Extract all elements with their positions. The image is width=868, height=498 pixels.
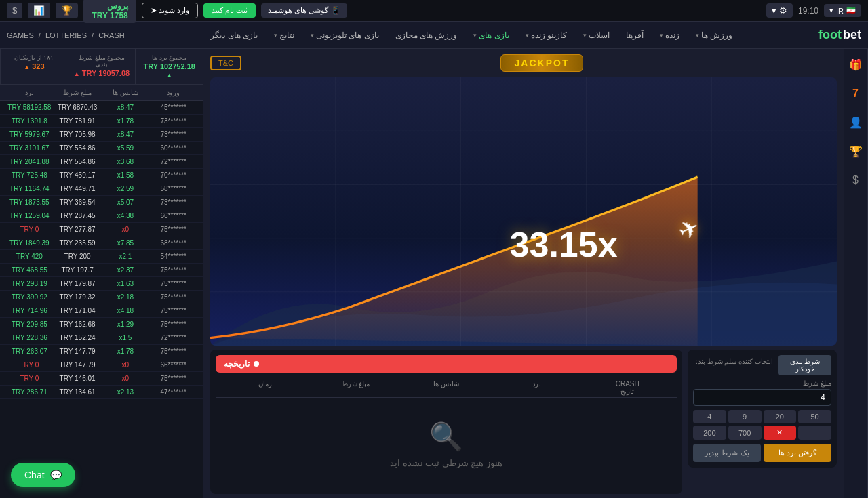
side-dollar-icon[interactable]: $ bbox=[850, 171, 861, 189]
cell-bet: TRY 6870.43 bbox=[54, 104, 102, 111]
chevron-down-icon: ▾ bbox=[772, 5, 776, 16]
app-label: گوشی های هوشمند bbox=[268, 6, 328, 15]
preset-4[interactable]: 4 bbox=[693, 410, 726, 423]
col-date: تاریخ bbox=[582, 388, 673, 395]
cell-win: TRY 209.85 bbox=[5, 320, 54, 328]
trophy-button[interactable]: 🏆 bbox=[56, 3, 78, 18]
table-row: *******60 x5.59 TRY 554.86 TRY 3101.67 bbox=[0, 142, 203, 155]
nav-other-games[interactable]: بازی های دیگر bbox=[203, 26, 264, 44]
bet-section-header: شرط بندی خودکار انتخاب کننده سلم شرط بند… bbox=[693, 355, 831, 375]
cell-user: *******68 bbox=[149, 239, 197, 247]
game-area: JACKPOT T&C bbox=[203, 49, 844, 498]
preset-200[interactable]: 200 bbox=[693, 426, 726, 440]
side-gift-icon[interactable]: 🎁 bbox=[846, 56, 865, 74]
app-button[interactable]: 📱 گوشی های هوشمند bbox=[261, 3, 347, 18]
breadcrumb-games[interactable]: GAMES bbox=[7, 31, 34, 39]
table-row: *******75 x1.78 TRY 147.79 TRY 263.07 bbox=[0, 345, 203, 358]
register-button[interactable]: ثبت نام کنید bbox=[203, 3, 256, 18]
amount-input[interactable] bbox=[693, 389, 831, 406]
cell-bet: TRY 449.71 bbox=[54, 185, 102, 192]
auto-bet-toggle[interactable]: شرط بندی خودکار bbox=[778, 355, 831, 375]
history-panel: تاریخچه CRASH برد شانس ها مبلغ شرط زمان … bbox=[210, 350, 682, 494]
dollar-button[interactable]: $ bbox=[7, 3, 22, 18]
cell-user: *******75 bbox=[149, 320, 197, 328]
chevron-down-icon: ▾ bbox=[311, 32, 314, 39]
top-bar-right: 📱 گوشی های هوشمند ثبت نام کنید وارد شوید… bbox=[7, 0, 347, 23]
cell-win: TRY 1873.55 bbox=[5, 199, 54, 206]
nav-games[interactable]: بازی های▾ bbox=[467, 26, 515, 44]
side-user-icon[interactable]: 👤 bbox=[846, 113, 865, 131]
chat-button[interactable]: 💬 Chat bbox=[11, 463, 75, 487]
side-7-icon[interactable]: 7 bbox=[850, 85, 861, 102]
nav-slots[interactable]: اسلات▾ bbox=[576, 26, 616, 44]
nav-tv-games[interactable]: بازی های تلویزیونی▾ bbox=[304, 26, 386, 44]
table-row: *******73 x5.07 TRY 369.54 TRY 1873.55 bbox=[0, 196, 203, 209]
chevron-down-icon: ▾ bbox=[526, 32, 529, 39]
preset-20[interactable]: 20 bbox=[764, 410, 797, 423]
cell-bet: TRY 146.01 bbox=[54, 375, 102, 382]
cell-win: TRY 1391.8 bbox=[5, 117, 54, 125]
nav-live-casino[interactable]: کازینو زنده▾ bbox=[519, 26, 574, 44]
tc-button[interactable]: T&C bbox=[210, 56, 241, 70]
nav-results[interactable]: نتایج▾ bbox=[267, 26, 301, 44]
total-win-value: TRY 19057.08 ▲ bbox=[74, 69, 130, 77]
nav-games-label: بازی های bbox=[479, 30, 509, 40]
history-dot bbox=[254, 361, 259, 367]
nav-sports[interactable]: ورزش ها▾ bbox=[689, 26, 739, 44]
history-empty-text: هنوز هیچ شرطی ثبت نشده اید bbox=[390, 458, 502, 468]
balance-value: TRY 1758 bbox=[92, 11, 127, 20]
chevron-down-icon: ▾ bbox=[660, 32, 663, 39]
total-win-label: مجموع مبلغ شرط بندی bbox=[74, 54, 130, 68]
login-button[interactable]: وارد شوید ➤ bbox=[142, 3, 198, 18]
cell-multiplier: x2.13 bbox=[102, 388, 150, 396]
cell-bet: TRY 162.68 bbox=[54, 320, 102, 328]
cell-user: *******73 bbox=[149, 199, 197, 206]
cell-user: *******73 bbox=[149, 131, 197, 138]
cell-bet: TRY 554.86 bbox=[54, 158, 102, 165]
preset-9[interactable]: 9 bbox=[728, 410, 762, 423]
cell-bet: TRY 781.91 bbox=[54, 117, 102, 125]
preset-clear[interactable]: ✕ bbox=[764, 426, 797, 440]
cell-bet: TRY 200 bbox=[54, 253, 102, 260]
cell-user: *******75 bbox=[149, 307, 197, 314]
cell-win: TRY 293.19 bbox=[5, 280, 54, 287]
preset-50[interactable]: 50 bbox=[798, 410, 831, 423]
crash-curve bbox=[210, 77, 837, 346]
cell-multiplier: x0 bbox=[102, 226, 150, 233]
history-header: تاریخچه bbox=[216, 355, 677, 373]
preset-blank[interactable] bbox=[798, 426, 831, 440]
cell-bet: TRY 705.98 bbox=[54, 131, 102, 138]
table-row: *******68 x7.85 TRY 235.59 TRY 1849.39 bbox=[0, 236, 203, 250]
cell-bet: TRY 134.61 bbox=[54, 388, 102, 396]
cell-multiplier: x8.47 bbox=[102, 104, 150, 111]
settings-button[interactable]: ⚙ ▾ bbox=[766, 3, 793, 18]
cell-multiplier: x1.78 bbox=[102, 117, 150, 125]
nav-live[interactable]: زنده▾ bbox=[653, 26, 686, 44]
cell-multiplier: x1.78 bbox=[102, 348, 150, 355]
nav-offers[interactable]: آفرها bbox=[619, 26, 650, 44]
chart-button[interactable]: 📊 bbox=[28, 3, 50, 18]
table-row: *******73 x8.47 TRY 705.98 TRY 5979.67 bbox=[0, 128, 203, 142]
total-bets-value: TRY 102752.18 ▲ bbox=[141, 62, 197, 79]
side-trophy-icon[interactable]: 🏆 bbox=[846, 142, 865, 161]
place-bet-button[interactable]: یک شرط بپذیر bbox=[693, 444, 761, 462]
cell-multiplier: x4.18 bbox=[102, 307, 150, 314]
cell-user: *******47 bbox=[149, 388, 197, 396]
cell-win: TRY 2041.88 bbox=[5, 158, 54, 165]
cell-bet: TRY 369.54 bbox=[54, 199, 102, 206]
stat-total-bets: مجموع برد ها TRY 102752.18 ▲ bbox=[135, 49, 203, 84]
top-bar: 🇮🇷 IR ▾ 19:10 ⚙ ▾ 📱 گوشی های هوشمند ثبت … bbox=[0, 0, 868, 22]
cashout-button[interactable]: گرفتن برد ها bbox=[764, 444, 831, 462]
table-row: *******66 x0 TRY 147.79 TRY 0 bbox=[0, 358, 203, 372]
country-selector[interactable]: 🇮🇷 IR ▾ bbox=[824, 4, 861, 17]
table-row: *******54 x2.1 TRY 200 TRY 420 bbox=[0, 250, 203, 264]
nav-virtual-sports[interactable]: ورزش های مجازی bbox=[389, 26, 465, 44]
jackpot-banner: JACKPOT bbox=[500, 54, 584, 72]
cell-user: *******45 bbox=[149, 104, 197, 111]
preset-700[interactable]: 700 bbox=[728, 426, 762, 440]
nav-live-label: زنده bbox=[665, 30, 679, 40]
cell-bet: TRY 197.7 bbox=[54, 266, 102, 274]
breadcrumb-lotteries[interactable]: LOTTERIES bbox=[45, 31, 87, 39]
cell-win: TRY 420 bbox=[5, 253, 54, 260]
cell-user: *******54 bbox=[149, 253, 197, 260]
